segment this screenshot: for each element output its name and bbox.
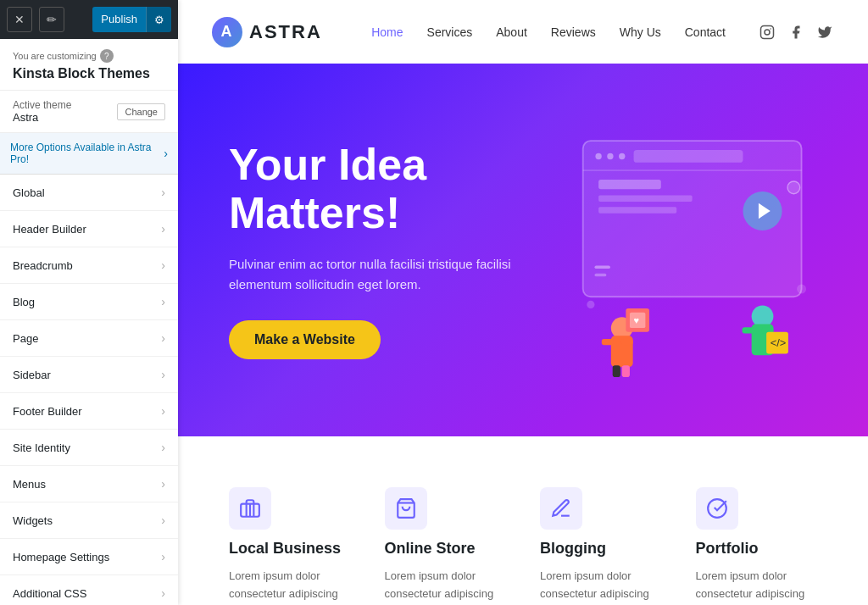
svg-point-33 xyxy=(797,285,806,294)
site-navbar: A ASTRA Home Services About Reviews Why … xyxy=(178,0,868,64)
instagram-icon[interactable] xyxy=(758,23,776,42)
hero-content: Your Idea Matters! Pulvinar enim ac tort… xyxy=(229,141,520,359)
nav-about[interactable]: About xyxy=(496,25,527,39)
svg-rect-0 xyxy=(761,25,774,38)
close-button[interactable]: ✕ xyxy=(7,7,32,32)
svg-point-31 xyxy=(787,181,800,194)
arrow-icon: › xyxy=(161,477,165,491)
theme-name: Astra xyxy=(13,111,71,124)
sidebar-item-homepage-settings[interactable]: Homepage Settings › xyxy=(0,539,178,575)
arrow-icon: › xyxy=(161,404,165,418)
sidebar-item-additional-css[interactable]: Additional CSS › xyxy=(0,575,178,605)
arrow-icon: › xyxy=(161,331,165,345)
active-theme-label: Active theme xyxy=(13,99,71,111)
nav-home[interactable]: Home xyxy=(371,25,403,39)
svg-point-2 xyxy=(770,28,771,30)
site-logo: A ASTRA xyxy=(212,17,322,47)
svg-rect-7 xyxy=(634,150,743,163)
arrow-icon: › xyxy=(161,586,165,600)
feature-desc-online-store: Lorem ipsum dolor consectetur adipiscing… xyxy=(385,568,507,605)
features-section: Local Business Lorem ipsum dolor consect… xyxy=(178,436,868,605)
nav-reviews[interactable]: Reviews xyxy=(551,25,596,39)
svg-rect-25 xyxy=(743,327,754,333)
svg-rect-29 xyxy=(595,265,610,269)
svg-rect-9 xyxy=(598,180,661,189)
preview-area: A ASTRA Home Services About Reviews Why … xyxy=(178,0,868,605)
social-icons xyxy=(758,23,834,42)
svg-point-32 xyxy=(587,301,594,308)
svg-text:</>: </> xyxy=(771,336,787,349)
info-icon[interactable]: ? xyxy=(100,49,114,63)
svg-text:♥: ♥ xyxy=(634,315,640,325)
arrow-icon: › xyxy=(161,186,165,199)
customizing-label: You are customizing ? xyxy=(13,49,165,63)
sidebar-item-header-builder[interactable]: Header Builder › xyxy=(0,211,178,247)
hero-title: Your Idea Matters! xyxy=(229,141,520,237)
nav-why-us[interactable]: Why Us xyxy=(620,25,661,39)
active-theme-row: Active theme Astra Change xyxy=(0,91,178,133)
menu-list: Global › Header Builder › Breadcrumb › B… xyxy=(0,175,178,605)
site-navigation: Home Services About Reviews Why Us Conta… xyxy=(371,23,834,42)
feature-desc-portfolio: Lorem ipsum dolor consectetur adipiscing… xyxy=(696,568,818,605)
svg-rect-10 xyxy=(598,196,693,202)
sidebar-item-widgets[interactable]: Widgets › xyxy=(0,502,178,539)
feature-card-portfolio: Portfolio Lorem ipsum dolor consectetur … xyxy=(696,487,818,605)
arrow-icon: › xyxy=(161,258,165,272)
svg-rect-19 xyxy=(622,365,630,377)
arrow-icon: › xyxy=(161,295,165,308)
nav-services[interactable]: Services xyxy=(427,25,473,39)
sidebar-item-menus[interactable]: Menus › xyxy=(0,466,178,502)
svg-point-6 xyxy=(619,153,625,159)
sidebar-item-global[interactable]: Global › xyxy=(0,175,178,211)
customizer-panel: ✕ ✏ Publish ⚙ You are customizing ? Kins… xyxy=(0,0,178,605)
feature-desc-blogging: Lorem ipsum dolor consectetur adipiscing… xyxy=(540,568,662,605)
sidebar-item-site-identity[interactable]: Site Identity › xyxy=(0,430,178,466)
arrow-icon: › xyxy=(161,441,165,454)
facebook-icon[interactable] xyxy=(787,23,805,42)
sidebar-item-page[interactable]: Page › xyxy=(0,320,178,357)
feature-title-local-business: Local Business xyxy=(229,540,351,558)
arrow-icon: › xyxy=(161,550,165,563)
pencil-icon: ✏ xyxy=(47,13,57,26)
feature-title-blogging: Blogging xyxy=(540,540,662,558)
arrow-icon: › xyxy=(161,222,165,236)
hero-illustration: ♥ </> xyxy=(520,123,817,377)
svg-point-4 xyxy=(595,153,601,159)
local-business-icon xyxy=(229,487,271,530)
hero-description: Pulvinar enim ac tortor nulla facilisi t… xyxy=(229,254,517,295)
svg-point-37 xyxy=(708,499,726,518)
change-theme-button[interactable]: Change xyxy=(117,103,165,120)
hero-image-area: ♥ </> xyxy=(520,123,817,377)
online-store-icon xyxy=(385,487,427,530)
twitter-icon[interactable] xyxy=(815,23,834,42)
logo-icon: A xyxy=(212,17,242,47)
feature-title-portfolio: Portfolio xyxy=(696,540,818,558)
svg-rect-11 xyxy=(598,207,676,213)
sidebar-item-blog[interactable]: Blog › xyxy=(0,284,178,320)
astra-pro-text: More Options Available in Astra Pro! xyxy=(10,142,164,165)
customizer-toolbar: ✕ ✏ Publish ⚙ xyxy=(0,0,178,39)
arrow-icon: › xyxy=(161,368,165,381)
feature-desc-local-business: Lorem ipsum dolor consectetur adipiscing… xyxy=(229,568,351,605)
site-title: Kinsta Block Themes xyxy=(13,66,165,81)
blogging-icon xyxy=(540,487,582,530)
portfolio-icon xyxy=(696,487,738,530)
hero-cta-button[interactable]: Make a Website xyxy=(229,320,381,359)
feature-card-local-business: Local Business Lorem ipsum dolor consect… xyxy=(229,487,351,605)
publish-button[interactable]: Publish ⚙ xyxy=(92,7,171,32)
svg-rect-30 xyxy=(595,274,607,277)
feature-card-blogging: Blogging Lorem ipsum dolor consectetur a… xyxy=(540,487,662,605)
sidebar-item-sidebar[interactable]: Sidebar › xyxy=(0,357,178,393)
svg-rect-16 xyxy=(602,339,614,345)
sidebar-item-breadcrumb[interactable]: Breadcrumb › xyxy=(0,247,178,284)
svg-point-23 xyxy=(752,305,774,327)
nav-contact[interactable]: Contact xyxy=(685,25,726,39)
edit-button[interactable]: ✏ xyxy=(39,7,64,32)
svg-point-1 xyxy=(765,30,770,35)
arrow-icon: › xyxy=(161,513,165,527)
astra-pro-arrow-icon: › xyxy=(164,147,168,160)
svg-rect-18 xyxy=(613,365,620,377)
sidebar-item-footer-builder[interactable]: Footer Builder › xyxy=(0,393,178,430)
astra-pro-banner[interactable]: More Options Available in Astra Pro! › xyxy=(0,133,178,175)
hero-section: Your Idea Matters! Pulvinar enim ac tort… xyxy=(178,64,868,436)
